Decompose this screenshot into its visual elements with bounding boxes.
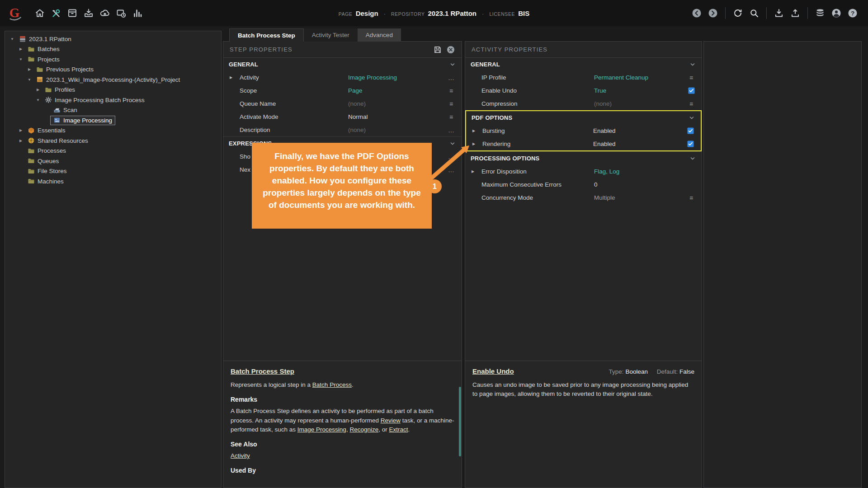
expand-icon[interactable]: ▶ [17, 139, 24, 143]
tree-item-batches[interactable]: ▶ Batches [5, 44, 221, 55]
expand-icon[interactable]: ▶ [472, 129, 482, 133]
property-row-rendering[interactable]: ▶ Rendering Enabled [466, 137, 701, 150]
tree-item-profiles[interactable]: ▶ Profiles [5, 85, 221, 95]
section-header-pdf-options[interactable]: PDF OPTIONS [466, 111, 701, 124]
property-value[interactable]: (none) [348, 127, 444, 133]
bar-chart-icon[interactable] [130, 6, 145, 20]
section-pdf-options: PDF OPTIONS ▶ Bursting Enabled ▶ Renderi… [465, 110, 702, 151]
tree-item-scan[interactable]: Scan [5, 105, 221, 116]
tree-item-2023-1-rpatton[interactable]: ▼ 2023.1 RPatton [5, 34, 221, 44]
property-row-compression[interactable]: Compression (none) ≡ [465, 97, 702, 110]
tab-advanced[interactable]: Advanced [358, 28, 401, 42]
property-value[interactable]: True [594, 87, 684, 94]
scrollbar-thumb[interactable] [459, 387, 461, 456]
property-value[interactable]: Flag, Log [594, 168, 684, 175]
expand-icon[interactable]: ▶ [34, 88, 42, 92]
property-row-ip-profile[interactable]: IP Profile Permanent Cleanup ≡ [465, 71, 702, 84]
property-row-scope[interactable]: Scope Page ≡ [223, 84, 462, 97]
menu-icon[interactable]: ≡ [444, 87, 458, 94]
save-icon[interactable] [433, 45, 442, 54]
property-row-concurrency-mode[interactable]: Concurrency Mode Multiple ≡ [465, 191, 702, 204]
property-value[interactable]: Multiple [594, 194, 684, 201]
tree-item-previous-projects[interactable]: ▶ Previous Projects [5, 65, 221, 75]
property-value[interactable]: Enabled [593, 127, 684, 134]
import-box-icon[interactable] [81, 6, 96, 20]
property-value[interactable]: (none) [348, 100, 444, 107]
tree-item-file-stores[interactable]: File Stores [5, 166, 221, 177]
expand-icon[interactable]: ▶ [17, 128, 24, 132]
property-value[interactable]: (none) [594, 100, 684, 107]
folder-icon [45, 86, 52, 94]
section-header-general[interactable]: GENERAL [465, 58, 702, 71]
section-header-processing-options[interactable]: PROCESSING OPTIONS [465, 152, 702, 165]
upload-icon[interactable] [788, 6, 802, 20]
property-value[interactable]: Image Processing [348, 74, 444, 81]
repository-value: 2023.1 RPatton [428, 9, 476, 17]
property-value[interactable]: Enabled [593, 141, 684, 147]
property-row-queue-name[interactable]: Queue Name (none) ≡ [223, 97, 462, 110]
property-row-activity[interactable]: ▶ Activity Image Processing … [223, 71, 462, 84]
safe-icon[interactable] [65, 6, 80, 20]
property-row-bursting[interactable]: ▶ Bursting Enabled [466, 124, 701, 137]
help-link-review[interactable]: Review [381, 417, 401, 424]
property-value[interactable]: 0 [594, 181, 684, 188]
grooper-logo[interactable]: G [7, 5, 24, 21]
collapse-icon[interactable]: ▼ [9, 37, 16, 41]
nav-back-icon[interactable] [689, 6, 704, 20]
home-icon[interactable] [33, 6, 47, 20]
checkbox-checked-icon[interactable] [684, 141, 697, 147]
checkbox-checked-icon[interactable] [684, 87, 698, 94]
help-link-recognize[interactable]: Recognize [349, 426, 378, 433]
help-text: , or [378, 426, 389, 433]
help-link-activity[interactable]: Activity [231, 452, 250, 459]
tree-item-image-processing-batch-process[interactable]: ▼ Image Processing Batch Process [5, 95, 221, 105]
collapse-icon[interactable]: ▼ [17, 57, 24, 61]
menu-icon[interactable]: ≡ [684, 74, 698, 81]
tab-batch-process-step[interactable]: Batch Process Step [229, 28, 304, 42]
collapse-icon[interactable]: ▼ [26, 78, 33, 82]
collapse-icon[interactable]: ▼ [34, 98, 42, 102]
property-value[interactable]: Normal [348, 113, 444, 120]
property-row-activate-mode[interactable]: Activate Mode Normal ≡ [223, 110, 462, 123]
checkbox-checked-icon[interactable] [684, 127, 697, 134]
property-row-maximum-consecutive-errors[interactable]: Maximum Consecutive Errors 0 [465, 178, 702, 191]
property-row-error-disposition[interactable]: ▶ Error Disposition Flag, Log [465, 165, 702, 178]
tree-item-shared-resources[interactable]: ▶ Shared Resources [5, 136, 221, 146]
refresh-icon[interactable] [731, 6, 745, 20]
menu-icon[interactable]: ≡ [444, 113, 458, 121]
help-link-image-processing[interactable]: Image Processing [297, 426, 346, 433]
menu-icon[interactable]: ≡ [684, 194, 698, 202]
device-clock-icon[interactable] [114, 6, 128, 20]
cloud-upload-icon[interactable] [98, 6, 112, 20]
property-value[interactable]: Page [348, 87, 444, 94]
search-icon[interactable] [747, 6, 761, 20]
tab-activity-tester[interactable]: Activity Tester [304, 28, 358, 42]
repository-stack-icon[interactable] [813, 6, 827, 20]
expand-icon[interactable]: ▶ [230, 75, 240, 80]
tree-item-image-processing[interactable]: Image Processing [5, 115, 221, 126]
expand-icon[interactable]: ▶ [17, 47, 24, 51]
help-link-extract[interactable]: Extract [389, 426, 408, 433]
user-icon[interactable] [829, 6, 844, 20]
nav-forward-icon[interactable] [706, 6, 720, 20]
tree-item-projects[interactable]: ▼ Projects [5, 54, 221, 65]
section-header-general[interactable]: GENERAL [223, 58, 462, 71]
download-icon[interactable] [772, 6, 786, 20]
ellipsis-icon[interactable]: … [444, 127, 458, 134]
tools-icon[interactable] [49, 6, 63, 20]
tree-item-queues[interactable]: Queues [5, 156, 221, 166]
tree-item-2023-1-wiki-image-processing-activity-project[interactable]: ▼ 2023.1_Wiki_Image-Processing-(Activity… [5, 75, 221, 85]
property-row-enable-undo[interactable]: Enable Undo True [465, 84, 702, 97]
menu-icon[interactable]: ≡ [684, 100, 698, 108]
tree-item-content: Batches [24, 44, 63, 54]
ellipsis-icon[interactable]: … [444, 74, 458, 81]
tree-item-processes[interactable]: Processes [5, 146, 221, 156]
expand-icon[interactable]: ▶ [26, 67, 33, 71]
help-link-batch-process[interactable]: Batch Process [312, 381, 352, 388]
help-icon[interactable]: ? [845, 6, 860, 20]
tree-item-essentials[interactable]: ▶ Essentials [5, 126, 221, 136]
menu-icon[interactable]: ≡ [444, 100, 458, 108]
close-icon[interactable] [446, 45, 455, 54]
property-value[interactable]: Permanent Cleanup [594, 74, 684, 81]
tree-item-machines[interactable]: Machines [5, 176, 221, 187]
